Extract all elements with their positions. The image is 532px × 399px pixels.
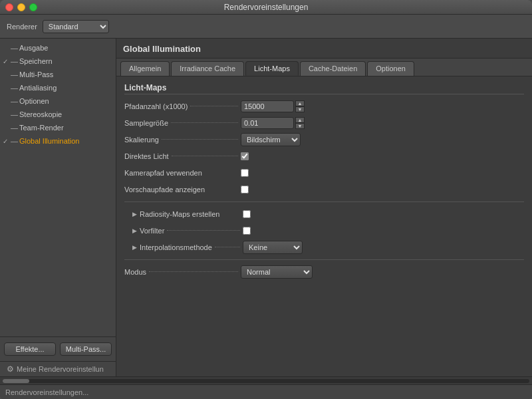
panel-body: Licht-Maps Pfadanzahl (x1000) ▲ ▼ [116,76,532,376]
dash-icon: — [11,124,18,132]
radiosity-label: Radiosity-Maps erstellen [140,210,219,218]
footer-text: Meine Rendervoreinstellun [17,365,104,373]
vorschaupfade-label: Vorschaupfade anzeigen [124,186,205,194]
interpolation-triangle: ▶ [132,244,137,251]
vorschaupfade-checkbox[interactable] [241,186,249,194]
direktes-licht-checkbox[interactable] [241,152,249,160]
section-title: Licht-Maps [124,83,524,94]
skalierung-select[interactable]: Bildschirm Absolut [241,133,301,146]
main-window: Rendervoreinstellungen Renderer Standard… [0,0,532,399]
sidebar: —Ausgabe✓—Speichern—Multi-Pass—Antialias… [0,39,116,376]
pfadanzahl-stepper: ▲ ▼ [295,100,305,112]
effekte-button[interactable]: Effekte... [4,342,56,356]
sidebar-item-label: Global Illumination [19,137,80,145]
samplegroesse-input[interactable] [241,117,294,129]
dash-icon: — [11,44,18,52]
radiosity-triangle: ▶ [132,211,137,217]
kamerapfad-row: Kamerapfad verwenden [124,166,524,180]
close-button[interactable] [5,3,13,11]
gear-icon: ⚙ [7,364,14,374]
interpolation-label: Interpolationsmethode [140,243,212,251]
kamerapfad-label: Kamerapfad verwenden [124,169,202,177]
traffic-lights [5,3,37,11]
sidebar-item-global-illumination[interactable]: ✓—Global Illumination [0,134,116,148]
dash-icon: — [11,57,18,65]
main-content: —Ausgabe✓—Speichern—Multi-Pass—Antialias… [0,39,532,376]
sidebar-item-label: Speichern [19,57,53,65]
vorschaupfade-row: Vorschaupfade anzeigen [124,183,524,196]
dash-icon: — [11,137,18,145]
dash-icon: — [11,97,18,105]
multi-pass-button[interactable]: Multi-Pass... [60,342,112,356]
renderer-label: Renderer [7,23,37,31]
bottom-bar: Rendervoreinstellungen... [0,384,532,399]
bottom-bar-text: Rendervoreinstellungen... [5,388,88,396]
dash-icon: — [11,70,18,78]
sidebar-item-optionen[interactable]: —Optionen [0,94,116,108]
tab-irradiance-cache[interactable]: Irradiance Cache [171,61,244,76]
samplegroesse-up[interactable]: ▲ [295,117,305,123]
sidebar-buttons: Effekte... Multi-Pass... [0,336,116,361]
samplegroesse-down[interactable]: ▼ [295,123,305,129]
pfadanzahl-down[interactable]: ▼ [295,106,305,112]
sidebar-item-label: Optionen [19,97,49,105]
vorfilter-triangle: ▶ [132,227,137,234]
radiosity-checkbox[interactable] [243,210,251,218]
modus-select[interactable]: Normal Vorberechnung Von Datei laden [241,265,313,279]
tabs-bar: AllgemeinIrradiance CacheLicht-MapsCache… [116,59,532,76]
sidebar-item-multi-pass[interactable]: —Multi-Pass [0,68,116,81]
sidebar-item-antialiasing[interactable]: —Antialiasing [0,81,116,94]
modus-row: Modus Normal Vorberechnung Von Datei lad… [124,265,524,279]
maximize-button[interactable] [29,3,37,11]
sidebar-item-ausgabe[interactable]: —Ausgabe [0,41,116,55]
kamerapfad-checkbox[interactable] [241,169,249,177]
check-icon: ✓ [3,138,8,145]
titlebar: Rendervoreinstellungen [0,0,532,15]
pfadanzahl-input[interactable] [241,100,294,112]
scrollbar-area [0,376,532,384]
tab-licht-maps[interactable]: Licht-Maps [245,61,299,76]
radiosity-row: ▶ Radiosity-Maps erstellen [124,207,524,221]
skalierung-label: Skalierung [124,136,159,144]
window-title: Rendervoreinstellungen [224,3,309,12]
pfadanzahl-row: Pfadanzahl (x1000) ▲ ▼ [124,100,524,113]
tab-optionen[interactable]: Optionen [367,61,414,76]
modus-label: Modus [124,268,146,276]
samplegroesse-row: Samplegröße ▲ ▼ [124,116,524,130]
sidebar-footer[interactable]: ⚙ Meine Rendervoreinstellun [0,361,116,376]
pfadanzahl-label: Pfadanzahl (x1000) [124,102,188,110]
direktes-licht-row: Direktes Licht [124,150,524,163]
tab-cache-dateien[interactable]: Cache-Dateien [300,61,366,76]
pfadanzahl-up[interactable]: ▲ [295,100,305,106]
sidebar-item-label: Stereoskopie [19,110,62,118]
toolbar: Renderer Standard [0,15,532,39]
sidebar-item-stereoskopie[interactable]: —Stereoskopie [0,108,116,121]
scrollbar-track[interactable] [3,379,529,383]
sidebar-item-speichern[interactable]: ✓—Speichern [0,55,116,68]
sidebar-item-label: Multi-Pass [19,70,53,78]
panel-title: Global Illumination [116,39,532,59]
dash-icon: — [11,110,18,118]
direktes-licht-label: Direktes Licht [124,152,169,160]
skalierung-row: Skalierung Bildschirm Absolut [124,133,524,146]
vorfilter-row: ▶ Vorfilter [124,224,524,237]
interpolation-select[interactable]: Keine Linear Kubisch [243,241,303,254]
sidebar-list: —Ausgabe✓—Speichern—Multi-Pass—Antialias… [0,39,116,336]
main-panel: Global Illumination AllgemeinIrradiance … [116,39,532,376]
samplegroesse-stepper: ▲ ▼ [295,117,305,129]
dash-icon: — [11,84,18,92]
vorfilter-label: Vorfilter [140,227,164,235]
sidebar-item-label: Team-Render [19,124,64,132]
sidebar-item-label: Antialiasing [19,84,57,92]
scrollbar-thumb[interactable] [3,379,29,383]
check-icon: ✓ [3,58,8,65]
interpolation-row: ▶ Interpolationsmethode Keine Linear Kub… [124,241,524,254]
vorfilter-checkbox[interactable] [243,227,251,235]
samplegroesse-label: Samplegröße [124,119,168,127]
sidebar-item-team-render[interactable]: —Team-Render [0,121,116,134]
sidebar-item-label: Ausgabe [19,44,48,52]
minimize-button[interactable] [17,3,25,11]
tab-allgemein[interactable]: Allgemein [120,61,170,76]
renderer-select[interactable]: Standard [43,20,109,33]
